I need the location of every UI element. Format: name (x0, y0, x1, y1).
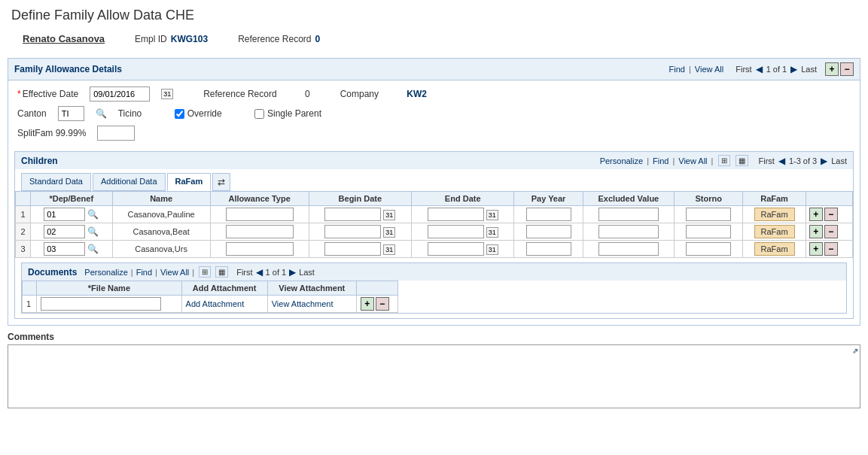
row3-end-cal[interactable]: 31 (486, 244, 498, 255)
children-prev-arrow[interactable]: ◀ (778, 156, 785, 166)
row3-rafam-btn[interactable]: RaFam (754, 242, 795, 256)
page-container: Define Family Allow Data CHE Renato Casa… (0, 0, 868, 408)
doc-grid-icon[interactable]: ⊞ (199, 266, 211, 278)
row1-end-input[interactable] (428, 208, 484, 221)
override-checkbox[interactable] (175, 109, 184, 119)
find-link[interactable]: Find (669, 65, 685, 74)
row2-storno-input[interactable] (686, 225, 731, 238)
row3-dep-search[interactable]: 🔍 (87, 244, 99, 254)
children-last-label: Last (831, 156, 847, 165)
row1-remove-btn[interactable]: − (824, 208, 838, 221)
row2-dep: 🔍 (31, 223, 113, 241)
row3-begin-input[interactable] (324, 242, 381, 256)
row2-dep-input[interactable] (44, 225, 85, 238)
row1-excl-val-input[interactable] (598, 208, 659, 221)
documents-table-body: 1 Add Attachment View Attachment (23, 296, 398, 313)
row2-allowance-input[interactable] (226, 225, 294, 238)
row1-add-btn[interactable]: + (809, 208, 823, 221)
tab-grid-icon[interactable]: ⇄ (212, 173, 230, 191)
single-parent-checkbox[interactable] (254, 109, 264, 119)
doc-prev-arrow[interactable]: ◀ (256, 267, 263, 278)
row1-end-cal[interactable]: 31 (486, 210, 498, 220)
row2-pay-year-input[interactable] (526, 225, 571, 238)
canton-input[interactable] (58, 106, 84, 121)
canton-search-btn[interactable]: 🔍 (96, 108, 107, 119)
row3-storno-input[interactable] (686, 242, 731, 256)
children-personalize-link[interactable]: Personalize (600, 156, 643, 165)
children-next-arrow[interactable]: ▶ (821, 156, 827, 166)
doc-row1-add-link[interactable]: Add Attachment (186, 299, 245, 308)
row1-storno-input[interactable] (686, 208, 731, 221)
doc-pagination: 1 of 1 (266, 268, 287, 277)
doc-row1-remove-btn[interactable]: − (376, 297, 389, 311)
row3-pay-year-input[interactable] (526, 242, 571, 256)
doc-row1-view-link[interactable]: View Attachment (272, 299, 333, 308)
row2-end-cal[interactable]: 31 (486, 227, 498, 238)
row2-rafam-btn[interactable]: RaFam (754, 225, 795, 238)
row1-begin-cal[interactable]: 31 (383, 210, 395, 220)
row3-end-input[interactable] (428, 242, 484, 256)
row2-begin-cal[interactable]: 31 (383, 227, 395, 238)
row1-name: Casanova,Pauline (112, 206, 210, 223)
doc-view-all-link[interactable]: View All (160, 268, 189, 277)
row2-excl-val-input[interactable] (598, 225, 659, 238)
row1-add-remove: + − (809, 208, 849, 221)
children-header: Children Personalize | Find | View All |… (15, 152, 853, 169)
calendar-btn[interactable]: 31 (161, 89, 173, 99)
doc-col-view: View Attachment (267, 281, 356, 296)
row3-excl-val-input[interactable] (598, 242, 659, 256)
doc-next-arrow[interactable]: ▶ (289, 267, 296, 278)
row1-pay-year-input[interactable] (526, 208, 571, 221)
tab-rafam[interactable]: RaFam (167, 173, 212, 191)
row3-add-btn[interactable]: + (809, 242, 823, 256)
row2-begin-input[interactable] (324, 225, 381, 238)
doc-personalize-link[interactable]: Personalize (84, 268, 127, 277)
children-view-all-link[interactable]: View All (678, 156, 707, 165)
row2-add-btn[interactable]: + (809, 225, 823, 238)
view-all-link[interactable]: View All (695, 65, 723, 74)
tab-standard-data[interactable]: Standard Data (21, 173, 91, 191)
children-grid-icon[interactable]: ⊞ (718, 155, 730, 166)
row1-begin-input[interactable] (324, 208, 381, 221)
row3-name: Casanova,Urs (112, 241, 210, 258)
row3-remove-btn[interactable]: − (824, 242, 838, 256)
row3-allowance-input[interactable] (226, 242, 294, 256)
next-arrow[interactable]: ▶ (790, 64, 797, 74)
doc-row1-add-btn[interactable]: + (361, 297, 374, 311)
prev-arrow[interactable]: ◀ (756, 64, 763, 74)
expand-icon[interactable]: ⇗ (852, 347, 858, 355)
row2-end-input[interactable] (428, 225, 484, 238)
doc-find-link[interactable]: Find (136, 268, 152, 277)
effective-date-input[interactable] (90, 86, 150, 102)
row1-allowance (210, 206, 309, 223)
row1-num: 1 (16, 206, 31, 223)
doc-row1-add: Add Attachment (181, 296, 267, 313)
row2-pay-year (514, 223, 583, 241)
children-chart-icon[interactable]: ▦ (736, 155, 748, 166)
row1-end: 31 (412, 206, 514, 223)
row1-dep-input[interactable] (44, 208, 85, 221)
row1-storno (675, 206, 743, 223)
doc-chart-icon[interactable]: ▦ (215, 266, 228, 278)
comments-textarea[interactable] (8, 345, 860, 405)
row3-num: 3 (16, 241, 31, 258)
row1-dep-search[interactable]: 🔍 (87, 209, 99, 220)
row2-begin: 31 (309, 223, 411, 241)
add-row-btn[interactable]: + (825, 62, 839, 76)
doc-row1-file-input[interactable] (41, 297, 161, 311)
override-label: Override (187, 108, 222, 119)
doc-row1-view: View Attachment (267, 296, 356, 313)
row2-name: Casanova,Beat (112, 223, 210, 241)
row2-end: 31 (412, 223, 514, 241)
row1-rafam-btn[interactable]: RaFam (754, 208, 795, 221)
row2-dep-search[interactable]: 🔍 (87, 226, 99, 237)
splitfam-input[interactable] (97, 126, 135, 141)
remove-row-btn[interactable]: − (840, 62, 854, 76)
row3-begin-cal[interactable]: 31 (383, 244, 395, 255)
row3-dep-input[interactable] (44, 242, 85, 256)
doc-row1-file (37, 296, 181, 313)
tab-additional-data[interactable]: Additional Data (93, 173, 166, 191)
row1-allowance-input[interactable] (226, 208, 294, 221)
row2-remove-btn[interactable]: − (824, 225, 838, 238)
children-find-link[interactable]: Find (653, 156, 669, 165)
